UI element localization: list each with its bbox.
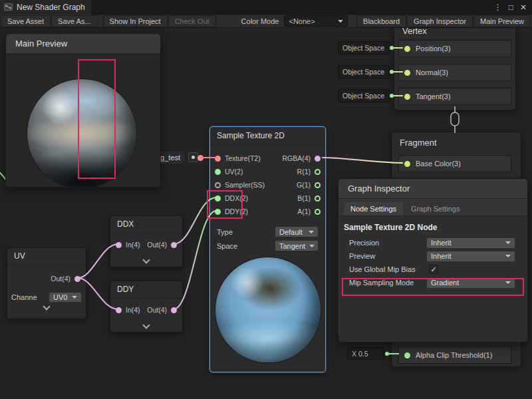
main-preview-toggle-button[interactable]: Main Preview: [473, 15, 531, 27]
uv-collapse-button[interactable]: [7, 303, 86, 313]
main-preview-header[interactable]: Main Preview: [6, 34, 160, 54]
port-row-uv-r: UV(2) R(1): [210, 165, 325, 178]
inspector-row-precision: Precision Inherit: [338, 236, 527, 249]
sample-type-row: Type Default: [210, 225, 325, 239]
fragment-row-alpha-clip[interactable]: Alpha Clip Threshold(1): [398, 346, 511, 364]
preview-label: Preview: [349, 252, 426, 260]
alpha-clip-float-value: X 0.5: [352, 350, 368, 358]
sampler-in-label: Sampler(SS): [225, 181, 265, 189]
precision-dropdown[interactable]: Inherit: [426, 237, 515, 249]
ddy-out-port[interactable]: [171, 307, 177, 313]
inspector-row-preview: Preview Inherit: [338, 249, 527, 263]
dropdown-caret-icon: [309, 231, 314, 233]
node-sample-texture-2d[interactable]: Sample Texture 2D Texture(T2) RGBA(4) UV…: [209, 126, 326, 372]
dropdown-caret-icon: [505, 281, 511, 284]
type-value: Default: [279, 228, 303, 236]
normal-space-dropdown[interactable]: Object Space: [338, 65, 390, 78]
kebab-menu-icon[interactable]: ⋮: [494, 0, 502, 15]
window-titlebar: New Shader Graph ⋮ □ ✕: [0, 0, 532, 15]
a-out-label: A(1): [297, 207, 311, 215]
preview-dropdown[interactable]: Inherit: [426, 251, 515, 262]
fragment-row-base-color[interactable]: Base Color(3): [398, 155, 511, 172]
main-preview-title: Main Preview: [15, 39, 67, 49]
close-icon[interactable]: ✕: [520, 0, 527, 15]
use-global-mip-bias-checkbox[interactable]: ✓: [429, 265, 438, 274]
shader-graph-tab[interactable]: New Shader Graph: [0, 0, 92, 15]
save-as-button[interactable]: Save As...: [51, 15, 98, 27]
vertex-row-normal[interactable]: Normal(3): [398, 64, 511, 81]
alpha-clip-port[interactable]: [404, 352, 410, 358]
vertex-row-position[interactable]: Position(3): [398, 40, 511, 57]
ddx-collapse-button[interactable]: [110, 256, 182, 267]
dropdown-caret-icon: [309, 245, 315, 247]
vertex-row-tangent[interactable]: Tangent(3): [398, 88, 511, 105]
ddy-in-port[interactable]: [215, 209, 221, 215]
property-out-port[interactable]: [198, 155, 203, 161]
mip-sampling-mode-dropdown[interactable]: Gradient: [426, 277, 515, 289]
graph-inspector-header[interactable]: Graph Inspector: [338, 179, 527, 199]
b-out-port[interactable]: [315, 196, 321, 201]
inspector-row-mip-sampling-mode: Mip Sampling Mode Gradient: [338, 276, 527, 289]
channel-label: Channe: [11, 293, 37, 301]
normal-port[interactable]: [404, 70, 410, 76]
node-vertex[interactable]: Vertex Position(3) Normal(3) Tangent(3): [394, 20, 516, 110]
type-dropdown[interactable]: Default: [275, 226, 319, 237]
alpha-clip-float-field[interactable]: X 0.5: [347, 347, 384, 360]
color-mode-value: <None>: [289, 17, 315, 25]
a-out-port[interactable]: [315, 209, 321, 215]
inspector-node-title: Sample Texture 2D Node: [338, 216, 527, 236]
chevron-down-icon: [142, 321, 150, 329]
global-mip-bias-label: Use Global Mip Bias: [349, 265, 428, 273]
position-port[interactable]: [404, 46, 410, 52]
maximize-icon[interactable]: □: [509, 0, 513, 15]
node-ddy[interactable]: DDY In(4) Out(4): [110, 281, 183, 332]
graph-inspector-toggle-button[interactable]: Graph Inspector: [407, 15, 473, 27]
channel-dropdown[interactable]: UV0: [49, 292, 82, 303]
uv-in-port[interactable]: [215, 169, 221, 175]
position-space-value: Object Space: [342, 44, 384, 52]
blackboard-toggle-button[interactable]: Blackboard: [356, 15, 406, 27]
position-label: Position(3): [416, 45, 451, 53]
dot-icon: [192, 156, 195, 159]
space-dropdown[interactable]: Tangent: [275, 240, 319, 251]
ddx-in-port[interactable]: [215, 196, 221, 201]
ddy-collapse-button[interactable]: [110, 321, 182, 332]
check-out-button: Check Out: [168, 15, 216, 27]
g-out-port[interactable]: [315, 182, 321, 188]
chevron-down-icon: [142, 256, 150, 263]
color-mode-dropdown[interactable]: <None>: [284, 15, 348, 27]
show-in-project-button[interactable]: Show In Project: [103, 15, 168, 27]
fragment-node-title: Fragment: [392, 132, 521, 153]
texture-in-port[interactable]: [215, 156, 221, 162]
ddx-in-label: DDX(2): [225, 194, 248, 202]
property-preview-toggle[interactable]: [188, 152, 198, 162]
mip-sampling-mode-label: Mip Sampling Mode: [349, 279, 426, 287]
ddy-in-label: DDY(2): [225, 207, 248, 215]
ddx-out-port[interactable]: [171, 242, 177, 248]
dropdown-caret-icon: [72, 296, 77, 299]
ddy-out-label: Out(4): [147, 306, 167, 314]
node-uv[interactable]: UV Out(4) Channe UV0: [7, 247, 86, 319]
rgba-out-port[interactable]: [315, 156, 321, 162]
r-out-port[interactable]: [315, 169, 321, 175]
sampler-in-port[interactable]: [215, 182, 221, 188]
ddy-port-row: In(4) Out(4): [110, 299, 182, 321]
ddx-in-port[interactable]: [116, 242, 122, 248]
channel-value: UV0: [53, 293, 67, 301]
tangent-port[interactable]: [404, 94, 410, 100]
tab-node-settings[interactable]: Node Settings: [344, 202, 403, 215]
window-title: New Shader Graph: [17, 3, 85, 12]
uv-out-port[interactable]: [74, 276, 80, 282]
position-space-dropdown[interactable]: Object Space: [338, 41, 390, 55]
save-asset-button[interactable]: Save Asset: [1, 15, 51, 27]
ddy-in-port[interactable]: [116, 307, 122, 313]
tangent-space-dropdown[interactable]: Object Space: [338, 89, 390, 102]
tab-graph-settings[interactable]: Graph Settings: [404, 202, 466, 215]
node-ddx[interactable]: DDX In(4) Out(4): [110, 215, 183, 267]
base-color-port[interactable]: [404, 161, 410, 167]
main-preview-body: [6, 54, 160, 187]
normal-space-value: Object Space: [342, 68, 384, 76]
chevron-down-icon: [43, 303, 50, 310]
rgba-out-label: RGBA(4): [282, 154, 311, 162]
inspector-row-global-mip-bias: Use Global Mip Bias ✓: [338, 263, 527, 276]
